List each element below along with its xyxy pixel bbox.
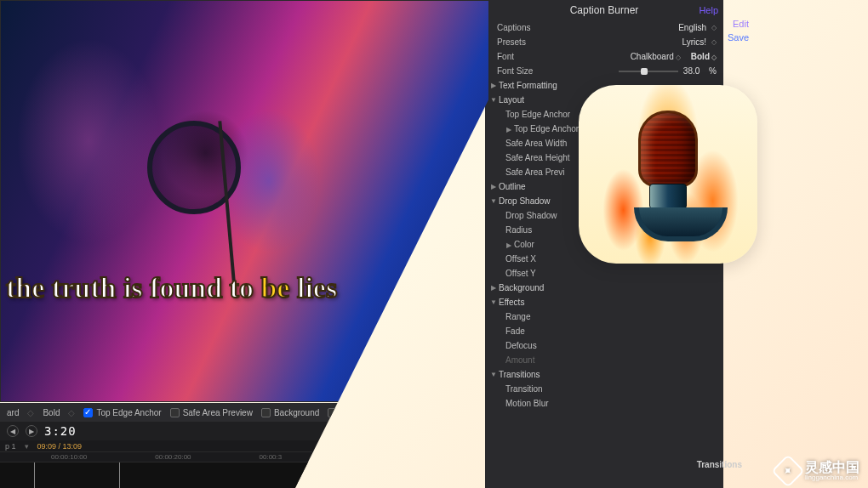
chevron-down-icon[interactable]: ▾ xyxy=(25,442,29,451)
caption-post: lies xyxy=(297,272,337,304)
ruler-tick: 00:00:3 xyxy=(260,453,283,461)
toolbar-check-3[interactable]: Fade xyxy=(328,408,360,417)
timecode: 3:20 xyxy=(44,424,77,438)
item-range[interactable]: Range xyxy=(485,309,723,324)
ruler-tick: 00:00:10:00 xyxy=(51,453,87,461)
watermark-en: lingganchina.com xyxy=(805,474,859,481)
prop-fontsize[interactable]: Font Size 38.0 % xyxy=(485,64,723,78)
timeline-track[interactable] xyxy=(0,462,489,488)
toolbar-weight[interactable]: Bold xyxy=(43,408,60,417)
disclosure-triangle-icon[interactable]: ▶ xyxy=(505,126,512,133)
watermark-cn: 灵感中国 xyxy=(805,461,859,474)
checkbox-icon[interactable] xyxy=(328,408,337,417)
item-motion-blur[interactable]: Motion Blur xyxy=(485,396,723,411)
watermark-logo-icon: ✦ xyxy=(771,454,805,488)
preview-toolbar: ard ◇ Bold ◇ Top Edge AnchorSafe Area Pr… xyxy=(0,403,489,422)
toolbar-left-trunc[interactable]: ard xyxy=(7,408,19,417)
prop-value[interactable]: 38.0 % xyxy=(683,66,717,76)
section-effects[interactable]: ▼Effects xyxy=(485,295,723,309)
zoom-off-pill[interactable]: ⦿ Off xyxy=(399,407,427,417)
caption-accent: be xyxy=(260,272,289,304)
prev-button[interactable]: ◀ xyxy=(7,425,19,437)
section-transitions[interactable]: ▼Transitions xyxy=(485,367,723,382)
item-defocus[interactable]: Defocus xyxy=(485,338,723,353)
prop-label: Presets xyxy=(497,37,682,47)
checkbox-icon[interactable] xyxy=(261,408,271,417)
disclosure-triangle-icon[interactable]: ▼ xyxy=(490,371,497,378)
item-fade[interactable]: Fade xyxy=(485,324,723,338)
disclosure-triangle-icon[interactable]: ▶ xyxy=(505,241,512,249)
section-background[interactable]: ▶Background xyxy=(485,281,723,295)
help-link[interactable]: Help xyxy=(699,5,718,15)
zoom-label: Zoom xyxy=(368,408,391,417)
edit-link[interactable]: Edit xyxy=(733,19,749,29)
save-link[interactable]: Save xyxy=(728,32,749,43)
disclosure-triangle-icon[interactable]: ▼ xyxy=(490,298,497,306)
app-icon xyxy=(579,85,757,264)
transitions-tab[interactable]: Transitions xyxy=(697,460,742,469)
clip-label[interactable]: p 1 xyxy=(5,442,16,451)
disclosure-triangle-icon[interactable]: ▶ xyxy=(490,284,497,292)
timeline-ruler[interactable]: 00:00:10:0000:00:20:0000:00:3 xyxy=(0,452,489,462)
disclosure-triangle-icon[interactable]: ▼ xyxy=(490,96,497,104)
checkbox-icon[interactable] xyxy=(170,408,180,417)
item-offset-y[interactable]: Offset Y xyxy=(485,266,723,281)
prop-value[interactable]: English xyxy=(678,23,717,32)
item-amount[interactable]: Amount xyxy=(485,353,723,367)
prop-presets[interactable]: Presets Lyrics! xyxy=(485,35,723,49)
prop-value[interactable]: Lyrics! xyxy=(682,37,717,47)
prop-label: Font Size xyxy=(497,66,614,76)
disclosure-triangle-icon[interactable]: ▶ xyxy=(490,183,497,190)
toolbar-check-2[interactable]: Background xyxy=(261,408,319,417)
timeline-position: 09:09 / 13:09 xyxy=(37,442,83,451)
toolbar-check-0[interactable]: Top Edge Anchor xyxy=(83,408,161,417)
microphone-icon xyxy=(634,111,702,238)
item-transition[interactable]: Transition xyxy=(485,382,723,396)
caption-pre: the truth is found to xyxy=(6,272,254,304)
watermark: ✦ 灵感中国 lingganchina.com xyxy=(776,459,859,483)
disclosure-triangle-icon[interactable]: ▼ xyxy=(490,197,497,205)
prop-value[interactable]: Chalkboard Bold xyxy=(631,52,717,61)
transport-bar: ◀ ▶ 3:20 xyxy=(0,422,489,440)
checkbox-icon[interactable] xyxy=(83,408,93,417)
prop-font[interactable]: Font Chalkboard Bold xyxy=(485,49,723,64)
burned-caption: the truth is found to be lies xyxy=(6,270,480,307)
video-preview[interactable]: the truth is found to be lies xyxy=(0,0,489,402)
inspector-title: Caption Burner xyxy=(570,4,639,16)
toolbar-check-1[interactable]: Safe Area Preview xyxy=(170,408,253,417)
prop-label: Font xyxy=(497,52,631,61)
ruler-tick: 00:00:20:00 xyxy=(155,453,191,461)
play-button[interactable]: ▶ xyxy=(26,425,37,437)
fontsize-slider[interactable] xyxy=(619,71,678,72)
timeline[interactable]: p 1 ▾ 09:09 / 13:09 00:00:10:0000:00:20:… xyxy=(0,440,489,488)
inspector-actions: Edit Save xyxy=(728,19,749,43)
